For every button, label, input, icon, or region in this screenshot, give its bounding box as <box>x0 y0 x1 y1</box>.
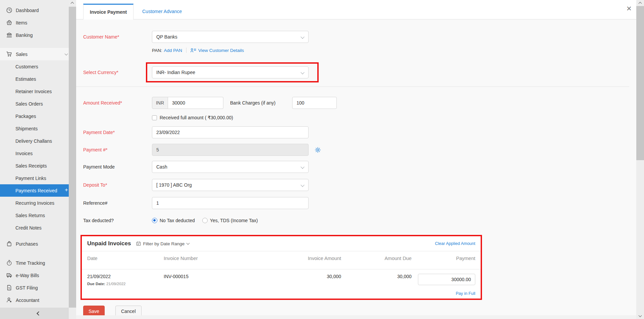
sidebar-item-dashboard[interactable]: Dashboard <box>0 4 69 16</box>
sidebar-item-label: Invoices <box>15 151 33 156</box>
sidebar-item-retainer-invoices[interactable]: Retainer Invoices <box>0 85 69 98</box>
unpaid-invoices-section: Unpaid Invoices Filter by Date Range Cle… <box>80 235 482 300</box>
payment-date-row: Payment Date* <box>83 126 636 138</box>
sidebar-item-eway-bills[interactable]: e e-Way Bills <box>0 269 69 281</box>
sidebar-item-label: Sales Returns <box>15 213 45 218</box>
unpaid-invoices-title: Unpaid Invoices <box>87 240 131 247</box>
chevron-down-icon <box>186 242 190 245</box>
record-payment-panel: Invoice Payment Customer Advance × Custo… <box>76 0 636 319</box>
payment-number-input <box>152 144 309 156</box>
currency-select[interactable]: INR- Indian Rupee <box>152 66 309 78</box>
amount-received-input[interactable] <box>168 97 223 109</box>
tax-deducted-row: Tax deducted? No Tax deducted Yes, TDS (… <box>83 217 636 224</box>
radio-yes-tds[interactable]: Yes, TDS (Income Tax) <box>202 218 258 223</box>
pan-row: PAN: Add PAN View Customer Details <box>152 47 636 54</box>
add-payment-icon[interactable]: + <box>65 187 68 193</box>
section-divider <box>76 86 629 87</box>
tab-bar: Invoice Payment Customer Advance × <box>76 0 636 19</box>
sidebar-item-sales-orders[interactable]: Sales Orders <box>0 98 69 110</box>
deposit-to-value: [ 1970 ] ABC Org <box>156 182 192 188</box>
tab-label: Customer Advance <box>142 9 182 14</box>
due-date-label: Due Date: <box>87 282 105 286</box>
scroll-up-icon[interactable] <box>639 2 642 5</box>
sidebar-item-label: Time Tracking <box>16 260 45 266</box>
main-scroll-thumb[interactable] <box>636 6 644 160</box>
sidebar-item-payments-received[interactable]: Payments Received + <box>0 184 69 197</box>
sidebar-item-payment-links[interactable]: Payment Links <box>0 172 69 184</box>
sidebar-item-time-tracking[interactable]: Time Tracking <box>0 257 69 269</box>
view-customer-details-label: View Customer Details <box>198 48 244 53</box>
nav-gap <box>0 41 69 48</box>
sidebar-item-recurring-invoices[interactable]: Recurring Invoices <box>0 197 69 209</box>
sidebar-item-sales-receipts[interactable]: Sales Receipts <box>0 160 69 172</box>
sidebar-item-delivery-challans[interactable]: Delivery Challans <box>0 135 69 147</box>
currency-value: INR- Indian Rupee <box>156 70 195 75</box>
sidebar-item-label: Credit Notes <box>15 225 42 231</box>
column-header-invoice-number: Invoice Number <box>164 251 266 265</box>
column-header-invoice-amount: Invoice Amount <box>266 251 341 265</box>
payment-number-row: Payment #* <box>83 144 636 156</box>
sidebar-item-customers[interactable]: Customers <box>0 60 69 73</box>
sidebar-item-purchases[interactable]: Purchases <box>0 238 69 250</box>
sidebar-item-label: Purchases <box>16 241 38 247</box>
person-icon <box>6 297 12 304</box>
nav-gap <box>0 234 69 238</box>
sidebar-item-label: Recurring Invoices <box>15 200 54 206</box>
sidebar-scroll-thumb[interactable] <box>69 7 76 308</box>
sidebar-item-banking[interactable]: Banking <box>0 29 69 41</box>
sidebar-item-sales[interactable]: Sales <box>0 48 69 60</box>
sidebar-item-label: GST Filing <box>16 285 38 291</box>
invoice-date: 21/09/2022 <box>87 274 164 279</box>
main-scrollbar[interactable] <box>636 0 644 319</box>
scroll-up-icon[interactable] <box>71 2 74 5</box>
chevron-down-icon <box>65 52 68 56</box>
received-full-amount-checkbox[interactable] <box>152 115 157 120</box>
sidebar-item-shipments[interactable]: Shipments <box>0 122 69 135</box>
bank-charges-input[interactable] <box>292 97 337 109</box>
divider <box>186 48 186 53</box>
document-percent-icon: % <box>6 284 12 291</box>
chevron-down-icon <box>301 70 304 74</box>
gear-icon[interactable] <box>315 147 321 153</box>
tab-invoice-payment[interactable]: Invoice Payment <box>83 4 133 19</box>
sidebar-item-items[interactable]: Items <box>0 16 69 29</box>
amount-received-label: Amount Received* <box>83 100 152 106</box>
sidebar-item-invoices[interactable]: Invoices <box>0 147 69 160</box>
sidebar-item-sales-returns[interactable]: Sales Returns <box>0 209 69 221</box>
customer-name-select[interactable]: QP Banks <box>152 31 309 43</box>
sidebar-item-label: Payments Received <box>15 188 57 193</box>
calendar-icon <box>136 241 141 246</box>
clear-applied-amount-link[interactable]: Clear Applied Amount <box>435 241 475 246</box>
sidebar-scrollbar[interactable] <box>69 0 76 319</box>
radio-no-tax-deducted[interactable]: No Tax deducted <box>152 218 195 223</box>
add-pan-link[interactable]: Add PAN <box>164 48 182 53</box>
pay-in-full-link[interactable]: Pay in Full <box>87 291 475 296</box>
currency-row: Select Currency* INR- Indian Rupee <box>83 62 636 82</box>
chevron-down-icon <box>301 165 304 169</box>
sidebar-item-accountant[interactable]: Accountant <box>0 294 69 306</box>
sidebar-item-estimates[interactable]: Estimates <box>0 73 69 85</box>
stopwatch-icon <box>6 260 12 266</box>
view-customer-details-link[interactable]: View Customer Details <box>191 48 244 53</box>
unpaid-invoices-table-header: Date Invoice Number Invoice Amount Amoun… <box>87 251 475 265</box>
payment-amount-input[interactable] <box>418 274 475 285</box>
reference-label: Reference# <box>83 200 152 206</box>
sidebar-item-packages[interactable]: Packages <box>0 110 69 122</box>
reference-input[interactable] <box>152 197 309 209</box>
sidebar-collapse-button[interactable] <box>0 308 69 319</box>
sidebar-item-gst-filing[interactable]: % GST Filing <box>0 281 69 294</box>
scroll-down-icon[interactable] <box>639 314 642 317</box>
filter-by-date-range-dropdown[interactable]: Filter by Date Range <box>136 241 189 246</box>
deposit-to-select[interactable]: [ 1970 ] ABC Org <box>152 179 309 191</box>
radio-unselected-icon <box>202 218 208 223</box>
payment-date-input[interactable] <box>152 126 309 138</box>
sidebar-item-credit-notes[interactable]: Credit Notes <box>0 221 69 234</box>
amount-input-group: INR <box>152 97 223 109</box>
payment-mode-select[interactable]: Cash <box>152 161 309 173</box>
close-icon[interactable]: × <box>627 4 632 13</box>
sidebar-item-label: Sales <box>16 52 28 57</box>
bank-charges-label: Bank Charges (if any) <box>230 100 285 106</box>
tab-customer-advance[interactable]: Customer Advance <box>133 4 191 19</box>
due-date-value: 21/09/2022 <box>106 282 126 286</box>
bag-icon <box>6 241 12 247</box>
